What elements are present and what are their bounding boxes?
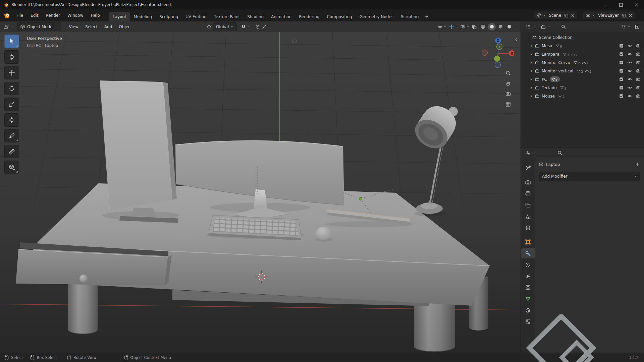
tab-layout[interactable]: Layout	[109, 12, 130, 21]
cursor-tool[interactable]	[4, 50, 19, 64]
chevron-down-icon[interactable]	[443, 25, 447, 28]
tab-sculpting[interactable]: Sculpting	[156, 12, 182, 21]
editor-type-button[interactable]	[2, 23, 15, 31]
camera-view-icon[interactable]	[505, 91, 511, 97]
tab-tool[interactable]	[521, 163, 535, 173]
outliner-row-monitor-vertical[interactable]: Monitor vertical 2 2	[521, 67, 644, 75]
eye-icon[interactable]	[627, 77, 632, 82]
copy-viewlayer-icon[interactable]	[622, 13, 627, 18]
outliner-row-pc[interactable]: PC 3	[521, 75, 644, 83]
expand-arrow-icon[interactable]	[531, 45, 532, 47]
tab-uv-editing[interactable]: UV Editing	[182, 12, 210, 21]
expand-arrow-icon[interactable]	[531, 53, 532, 56]
menu-help[interactable]: Help	[88, 12, 103, 19]
tab-constraints[interactable]	[521, 283, 535, 293]
tab-rendering[interactable]: Rendering	[295, 12, 323, 21]
eye-icon[interactable]	[627, 85, 632, 90]
snap-magnet-icon[interactable]	[241, 24, 246, 29]
falloff-curve-icon[interactable]	[262, 24, 267, 29]
annotate-tool[interactable]	[4, 129, 19, 142]
outliner-row-lampara[interactable]: Lampara 3 2	[521, 50, 644, 58]
select-box-tool[interactable]	[4, 35, 19, 48]
scene-selector[interactable]: Scene	[534, 11, 578, 20]
viewlayer-selector[interactable]: ViewLayer	[583, 11, 635, 20]
shading-solid-button[interactable]	[488, 23, 496, 31]
checkbox-icon[interactable]	[619, 43, 624, 48]
add-workspace-button[interactable]: +	[422, 12, 431, 21]
transform-tool[interactable]	[4, 113, 19, 127]
rotate-tool[interactable]	[4, 82, 19, 95]
outliner-row-mesa[interactable]: Mesa 6	[521, 42, 644, 50]
outliner-type-button[interactable]	[524, 23, 537, 31]
eye-icon[interactable]	[627, 52, 632, 57]
scene-3d[interactable]	[0, 32, 521, 353]
tab-material[interactable]	[521, 305, 535, 315]
outliner-row-teclado[interactable]: Teclado 2	[521, 83, 644, 92]
mode-dropdown[interactable]: Object Mode	[17, 22, 61, 31]
checkbox-icon[interactable]	[619, 77, 624, 82]
scene-browse-icon[interactable]	[536, 13, 541, 18]
shading-rendered-button[interactable]	[505, 23, 513, 31]
chevron-down-icon[interactable]	[248, 25, 251, 28]
tab-object[interactable]	[521, 237, 535, 247]
visibility-eye-icon[interactable]	[437, 24, 443, 29]
checkbox-icon[interactable]	[619, 85, 624, 90]
move-tool[interactable]	[4, 66, 19, 79]
zoom-icon[interactable]	[505, 70, 511, 76]
camera-icon[interactable]	[636, 60, 641, 65]
remove-viewlayer-icon[interactable]	[628, 13, 633, 18]
add-modifier-button[interactable]: Add Modifier	[539, 172, 640, 181]
expand-arrow-icon[interactable]	[531, 95, 532, 98]
menu-edit[interactable]: Edit	[28, 12, 41, 19]
chevron-down-icon[interactable]	[455, 25, 458, 28]
blender-logo-icon[interactable]	[3, 12, 10, 19]
tab-output[interactable]	[521, 189, 535, 199]
pin-icon[interactable]	[635, 162, 640, 167]
menu-add[interactable]: Add	[101, 23, 115, 31]
checkbox-icon[interactable]	[619, 60, 624, 65]
expand-arrow-icon[interactable]	[531, 70, 532, 72]
pivot-point-icon[interactable]	[206, 24, 212, 29]
xray-toggle-icon[interactable]	[472, 24, 477, 29]
camera-icon[interactable]	[636, 94, 641, 99]
viewlayer-name[interactable]: ViewLayer	[597, 13, 620, 18]
search-icon[interactable]	[557, 150, 562, 156]
tab-texture[interactable]	[521, 317, 535, 327]
tab-modifiers[interactable]	[521, 248, 535, 258]
shading-material-button[interactable]	[496, 23, 504, 31]
overlays-toggle-icon[interactable]	[460, 24, 466, 29]
checkbox-icon[interactable]	[619, 52, 624, 57]
tab-geometry-nodes[interactable]: Geometry Nodes	[356, 12, 397, 21]
search-icon[interactable]	[561, 24, 566, 29]
tab-scripting[interactable]: Scripting	[397, 12, 422, 21]
properties-type-button[interactable]	[524, 149, 537, 157]
menu-window[interactable]: Window	[64, 12, 86, 19]
display-mode-button[interactable]	[539, 23, 552, 31]
tab-view-layer[interactable]	[521, 200, 535, 210]
camera-icon[interactable]	[636, 85, 641, 90]
chevron-down-icon[interactable]	[514, 25, 517, 28]
orientation-dropdown[interactable]: Global	[213, 22, 237, 31]
eye-icon[interactable]	[627, 94, 632, 99]
close-button[interactable]	[629, 0, 644, 9]
tab-modeling[interactable]: Modeling	[130, 12, 156, 21]
tab-object-data[interactable]	[521, 294, 535, 304]
scene-collection-row[interactable]: Scene Collection	[521, 33, 644, 42]
camera-icon[interactable]	[636, 43, 641, 48]
navigation-gizmo[interactable]: Y Z X	[482, 38, 514, 70]
minimize-button[interactable]	[598, 0, 613, 9]
window-titlebar[interactable]: Blender [D:\Documentos\Art-Design\Blende…	[0, 0, 644, 9]
shading-wireframe-button[interactable]	[479, 23, 487, 31]
menu-file[interactable]: File	[13, 12, 26, 19]
menu-select[interactable]: Select	[82, 23, 101, 31]
menu-view[interactable]: View	[66, 23, 82, 31]
breadcrumb-object-name[interactable]: Laptop	[546, 162, 560, 167]
measure-tool[interactable]	[4, 145, 19, 158]
axis-x-negative[interactable]	[482, 50, 488, 56]
axis-y-positive[interactable]	[494, 56, 500, 62]
outliner-row-monitor-curvo[interactable]: Monitor Curvo 2 2	[521, 58, 644, 67]
chevron-down-icon[interactable]	[466, 25, 470, 28]
viewlayer-browse-icon[interactable]	[585, 13, 591, 18]
unlink-scene-icon[interactable]	[570, 13, 575, 18]
tab-particles[interactable]	[521, 260, 535, 270]
